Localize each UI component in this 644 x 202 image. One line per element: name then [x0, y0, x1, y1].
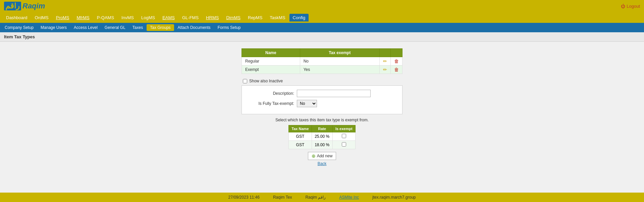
tax-exempt-check-2 — [332, 141, 355, 149]
nav-logms[interactable]: LogMS — [138, 14, 158, 22]
logo-arabic: راقم — [4, 2, 21, 10]
tax-col-rate: Rate — [312, 125, 332, 132]
edit-exempt-cell: ✏ — [380, 66, 391, 74]
delete-regular-cell: 🗑 — [391, 57, 402, 66]
tax-exempt-check-1 — [332, 132, 355, 141]
row-name-exempt: Exempt — [242, 66, 300, 74]
tax-col-exempt: Is exempt — [332, 125, 355, 132]
logout-label: Logout — [627, 4, 640, 9]
item-tax-table: Name Tax exempt Regular No ✏ 🗑 — [241, 48, 402, 74]
nav-eams[interactable]: EAMS — [159, 14, 178, 22]
edit-exempt-icon[interactable]: ✏ — [383, 67, 387, 72]
sub-nav: Company Setup Manage Users Access Level … — [0, 23, 644, 32]
delete-exempt-cell: 🗑 — [391, 66, 402, 74]
power-icon: ⏻ — [621, 4, 625, 9]
description-row: Description: — [247, 90, 397, 97]
subnav-general-gl[interactable]: General GL — [101, 24, 129, 31]
logout-button[interactable]: ⏻ Logout — [621, 4, 640, 9]
tax-exempt-row: Is Fully Tax-exempt: No Yes — [247, 100, 397, 107]
back-button[interactable]: Back — [318, 161, 327, 166]
table-row: Exempt Yes ✏ 🗑 — [242, 66, 402, 74]
show-inactive-checkbox[interactable] — [243, 79, 247, 83]
table-row: Regular No ✏ 🗑 — [242, 57, 402, 66]
show-inactive-label: Show also Inactive — [249, 79, 283, 83]
row-name-regular: Regular — [242, 57, 300, 66]
subnav-forms-setup[interactable]: Forms Setup — [214, 24, 244, 31]
nav-pqams[interactable]: P-QAMS — [94, 14, 117, 22]
nav-taskms[interactable]: TaskMS — [266, 14, 288, 22]
nav-proms[interactable]: ProMS — [53, 14, 73, 22]
nav-repms[interactable]: RepMS — [245, 14, 266, 22]
item-tax-types-container: Name Tax exempt Regular No ✏ 🗑 — [241, 48, 402, 166]
row-tax-exempt-regular: No — [300, 57, 379, 66]
logo-english: Raqim — [22, 2, 45, 10]
page-title: Item Tax Types — [4, 34, 35, 39]
nav-hrms[interactable]: HRMS — [203, 14, 222, 22]
subnav-access-level[interactable]: Access Level — [70, 24, 101, 31]
tax-name-1: GST — [289, 132, 312, 141]
subnav-taxes[interactable]: Taxes — [129, 24, 146, 31]
subnav-company-setup[interactable]: Company Setup — [1, 24, 37, 31]
tax-exempt-label: Is Fully Tax-exempt: — [247, 101, 294, 106]
row-tax-exempt-exempt: Yes — [300, 66, 379, 74]
nav-dashboard[interactable]: Dashboard — [3, 14, 31, 22]
form-section: Description: Is Fully Tax-exempt: No Yes — [241, 85, 402, 114]
nav-mfrms[interactable]: MfrMS — [73, 14, 93, 22]
tax-sub-table: Tax Name Rate Is exempt GST 25.00 % GST … — [288, 125, 356, 149]
subnav-attach-documents[interactable]: Attach Documents — [174, 24, 214, 31]
description-label: Description: — [247, 91, 294, 96]
tax-row: GST 18.00 % — [289, 141, 356, 149]
tax-exempt-checkbox-2[interactable] — [342, 142, 346, 147]
add-new-button[interactable]: ⊕ Add new — [308, 152, 336, 160]
col-tax-exempt: Tax exempt — [300, 49, 379, 57]
delete-exempt-icon[interactable]: 🗑 — [394, 67, 399, 72]
nav-dimms[interactable]: DimMS — [223, 14, 244, 22]
tax-rate-1: 25.00 % — [312, 132, 332, 141]
nav-glfms[interactable]: GL-FMS — [179, 14, 202, 22]
nav-ordms[interactable]: OrdMS — [32, 14, 52, 22]
logo-area: راقم Raqim — [4, 2, 45, 10]
tax-row: GST 25.00 % — [289, 132, 356, 141]
buttons-row: ⊕ Add new Back — [241, 152, 402, 166]
delete-regular-icon[interactable]: 🗑 — [394, 58, 399, 64]
subnav-manage-users[interactable]: Manage Users — [37, 24, 70, 31]
tax-name-2: GST — [289, 141, 312, 149]
tax-col-name: Tax Name — [289, 125, 312, 132]
col-delete-header — [391, 49, 402, 57]
main-content: Name Tax exempt Regular No ✏ 🗑 — [0, 42, 644, 183]
edit-regular-cell: ✏ — [380, 57, 391, 66]
page-title-bar: Item Tax Types — [0, 32, 644, 42]
top-bar: راقم Raqim ⏻ Logout — [0, 0, 644, 12]
tax-rate-2: 18.00 % — [312, 141, 332, 149]
edit-regular-icon[interactable]: ✏ — [383, 58, 387, 64]
col-name: Name — [242, 49, 300, 57]
description-input[interactable] — [297, 90, 371, 97]
info-text: Select which taxes this item tax type is… — [241, 118, 402, 122]
col-edit-header — [380, 49, 391, 57]
nav-bar: Dashboard OrdMS ProMS MfrMS P-QAMS InvMS… — [0, 12, 644, 23]
tax-exempt-select[interactable]: No Yes — [297, 100, 317, 107]
nav-invms[interactable]: InvMS — [118, 14, 137, 22]
subnav-tax-groups[interactable]: Tax Groups — [147, 24, 174, 31]
nav-config[interactable]: Config — [289, 14, 309, 22]
plus-icon: ⊕ — [312, 153, 316, 159]
show-inactive-row: Show also Inactive — [241, 77, 402, 85]
tax-exempt-checkbox-1[interactable] — [342, 134, 346, 138]
add-new-label: Add new — [317, 154, 333, 158]
